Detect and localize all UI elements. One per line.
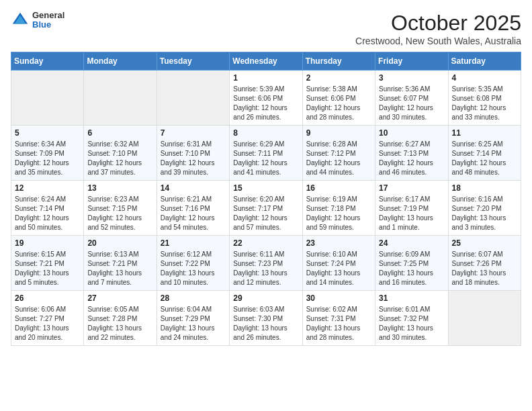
day-number: 24 xyxy=(379,238,444,248)
day-info: Sunrise: 6:10 AM Sunset: 7:24 PM Dayligh… xyxy=(306,250,371,287)
calendar-cell: 29Sunrise: 6:03 AM Sunset: 7:30 PM Dayli… xyxy=(230,291,302,346)
calendar-cell: 24Sunrise: 6:09 AM Sunset: 7:25 PM Dayli… xyxy=(375,236,448,291)
logo-blue: Blue xyxy=(32,20,64,30)
calendar-cell: 26Sunrise: 6:06 AM Sunset: 7:27 PM Dayli… xyxy=(11,291,84,346)
title-block: October 2025 Crestwood, New South Wales,… xyxy=(355,11,521,46)
logo-text: General Blue xyxy=(32,11,64,30)
calendar-cell: 13Sunrise: 6:23 AM Sunset: 7:15 PM Dayli… xyxy=(84,181,157,236)
calendar-cell: 23Sunrise: 6:10 AM Sunset: 7:24 PM Dayli… xyxy=(302,236,375,291)
calendar-cell: 22Sunrise: 6:11 AM Sunset: 7:23 PM Dayli… xyxy=(230,236,302,291)
day-info: Sunrise: 6:21 AM Sunset: 7:16 PM Dayligh… xyxy=(161,195,226,232)
calendar-week-row: 19Sunrise: 6:15 AM Sunset: 7:21 PM Dayli… xyxy=(11,236,521,291)
day-info: Sunrise: 5:35 AM Sunset: 6:08 PM Dayligh… xyxy=(452,85,517,122)
calendar-cell: 8Sunrise: 6:29 AM Sunset: 7:11 PM Daylig… xyxy=(230,126,302,181)
weekday-header: Friday xyxy=(375,52,448,71)
day-number: 23 xyxy=(306,238,371,248)
day-number: 8 xyxy=(233,128,298,138)
weekday-header: Sunday xyxy=(11,52,84,71)
day-info: Sunrise: 6:11 AM Sunset: 7:23 PM Dayligh… xyxy=(233,250,298,287)
day-number: 21 xyxy=(161,238,226,248)
day-info: Sunrise: 6:01 AM Sunset: 7:32 PM Dayligh… xyxy=(379,305,444,342)
day-number: 13 xyxy=(87,183,152,193)
day-info: Sunrise: 6:32 AM Sunset: 7:10 PM Dayligh… xyxy=(87,140,152,177)
calendar-cell: 6Sunrise: 6:32 AM Sunset: 7:10 PM Daylig… xyxy=(84,126,157,181)
day-number: 25 xyxy=(452,238,517,248)
calendar-cell: 12Sunrise: 6:24 AM Sunset: 7:14 PM Dayli… xyxy=(11,181,84,236)
calendar-cell: 25Sunrise: 6:07 AM Sunset: 7:26 PM Dayli… xyxy=(448,236,521,291)
calendar-cell: 7Sunrise: 6:31 AM Sunset: 7:10 PM Daylig… xyxy=(157,126,229,181)
day-info: Sunrise: 5:39 AM Sunset: 6:06 PM Dayligh… xyxy=(233,85,298,122)
day-number: 9 xyxy=(306,128,371,138)
day-number: 29 xyxy=(233,293,298,303)
day-number: 20 xyxy=(87,238,152,248)
calendar-table: SundayMondayTuesdayWednesdayThursdayFrid… xyxy=(11,52,521,346)
day-number: 16 xyxy=(306,183,371,193)
day-number: 22 xyxy=(233,238,298,248)
day-number: 27 xyxy=(87,293,152,303)
calendar-cell: 16Sunrise: 6:19 AM Sunset: 7:18 PM Dayli… xyxy=(302,181,375,236)
location-subtitle: Crestwood, New South Wales, Australia xyxy=(355,36,521,46)
calendar-cell: 19Sunrise: 6:15 AM Sunset: 7:21 PM Dayli… xyxy=(11,236,84,291)
calendar-cell: 15Sunrise: 6:20 AM Sunset: 7:17 PM Dayli… xyxy=(230,181,302,236)
day-info: Sunrise: 5:38 AM Sunset: 6:06 PM Dayligh… xyxy=(306,85,371,122)
day-info: Sunrise: 6:23 AM Sunset: 7:15 PM Dayligh… xyxy=(87,195,152,232)
calendar-week-row: 12Sunrise: 6:24 AM Sunset: 7:14 PM Dayli… xyxy=(11,181,521,236)
calendar-cell: 31Sunrise: 6:01 AM Sunset: 7:32 PM Dayli… xyxy=(375,291,448,346)
day-info: Sunrise: 6:15 AM Sunset: 7:21 PM Dayligh… xyxy=(15,250,80,287)
day-info: Sunrise: 6:06 AM Sunset: 7:27 PM Dayligh… xyxy=(15,305,80,342)
calendar-cell xyxy=(157,71,229,126)
calendar-cell: 5Sunrise: 6:34 AM Sunset: 7:09 PM Daylig… xyxy=(11,126,84,181)
weekday-header: Wednesday xyxy=(230,52,302,71)
day-number: 4 xyxy=(452,73,517,83)
weekday-header: Monday xyxy=(84,52,157,71)
day-number: 18 xyxy=(452,183,517,193)
calendar-cell: 2Sunrise: 5:38 AM Sunset: 6:06 PM Daylig… xyxy=(302,71,375,126)
day-info: Sunrise: 6:05 AM Sunset: 7:28 PM Dayligh… xyxy=(87,305,152,342)
logo-general: General xyxy=(32,11,64,20)
day-info: Sunrise: 6:04 AM Sunset: 7:29 PM Dayligh… xyxy=(161,305,226,342)
day-info: Sunrise: 6:19 AM Sunset: 7:18 PM Dayligh… xyxy=(306,195,371,232)
day-info: Sunrise: 6:25 AM Sunset: 7:14 PM Dayligh… xyxy=(452,140,517,177)
calendar-cell: 27Sunrise: 6:05 AM Sunset: 7:28 PM Dayli… xyxy=(84,291,157,346)
calendar-cell: 1Sunrise: 5:39 AM Sunset: 6:06 PM Daylig… xyxy=(230,71,302,126)
month-title: October 2025 xyxy=(355,11,521,36)
day-number: 5 xyxy=(15,128,80,138)
calendar-header-row: SundayMondayTuesdayWednesdayThursdayFrid… xyxy=(11,52,521,71)
calendar-cell: 18Sunrise: 6:16 AM Sunset: 7:20 PM Dayli… xyxy=(448,181,521,236)
day-info: Sunrise: 6:34 AM Sunset: 7:09 PM Dayligh… xyxy=(15,140,80,177)
page-header: General Blue October 2025 Crestwood, New… xyxy=(11,11,521,46)
day-info: Sunrise: 6:12 AM Sunset: 7:22 PM Dayligh… xyxy=(161,250,226,287)
day-number: 2 xyxy=(306,73,371,83)
weekday-header: Tuesday xyxy=(157,52,229,71)
calendar-cell xyxy=(84,71,157,126)
day-info: Sunrise: 6:09 AM Sunset: 7:25 PM Dayligh… xyxy=(379,250,444,287)
weekday-header: Saturday xyxy=(448,52,521,71)
calendar-cell: 10Sunrise: 6:27 AM Sunset: 7:13 PM Dayli… xyxy=(375,126,448,181)
day-info: Sunrise: 6:17 AM Sunset: 7:19 PM Dayligh… xyxy=(379,195,444,232)
day-number: 15 xyxy=(233,183,298,193)
day-info: Sunrise: 6:13 AM Sunset: 7:21 PM Dayligh… xyxy=(87,250,152,287)
day-info: Sunrise: 6:31 AM Sunset: 7:10 PM Dayligh… xyxy=(161,140,226,177)
day-number: 19 xyxy=(15,238,80,248)
day-number: 28 xyxy=(161,293,226,303)
calendar-week-row: 1Sunrise: 5:39 AM Sunset: 6:06 PM Daylig… xyxy=(11,71,521,126)
calendar-cell: 17Sunrise: 6:17 AM Sunset: 7:19 PM Dayli… xyxy=(375,181,448,236)
day-number: 17 xyxy=(379,183,444,193)
calendar-week-row: 5Sunrise: 6:34 AM Sunset: 7:09 PM Daylig… xyxy=(11,126,521,181)
day-info: Sunrise: 6:02 AM Sunset: 7:31 PM Dayligh… xyxy=(306,305,371,342)
day-number: 7 xyxy=(161,128,226,138)
day-info: Sunrise: 6:16 AM Sunset: 7:20 PM Dayligh… xyxy=(452,195,517,232)
day-number: 3 xyxy=(379,73,444,83)
logo-icon xyxy=(11,11,30,30)
calendar-week-row: 26Sunrise: 6:06 AM Sunset: 7:27 PM Dayli… xyxy=(11,291,521,346)
day-info: Sunrise: 6:20 AM Sunset: 7:17 PM Dayligh… xyxy=(233,195,298,232)
day-info: Sunrise: 6:27 AM Sunset: 7:13 PM Dayligh… xyxy=(379,140,444,177)
logo: General Blue xyxy=(11,11,64,30)
weekday-header: Thursday xyxy=(302,52,375,71)
day-info: Sunrise: 6:28 AM Sunset: 7:12 PM Dayligh… xyxy=(306,140,371,177)
calendar-cell: 30Sunrise: 6:02 AM Sunset: 7:31 PM Dayli… xyxy=(302,291,375,346)
calendar-cell: 14Sunrise: 6:21 AM Sunset: 7:16 PM Dayli… xyxy=(157,181,229,236)
day-number: 31 xyxy=(379,293,444,303)
day-info: Sunrise: 5:36 AM Sunset: 6:07 PM Dayligh… xyxy=(379,85,444,122)
calendar-cell: 11Sunrise: 6:25 AM Sunset: 7:14 PM Dayli… xyxy=(448,126,521,181)
